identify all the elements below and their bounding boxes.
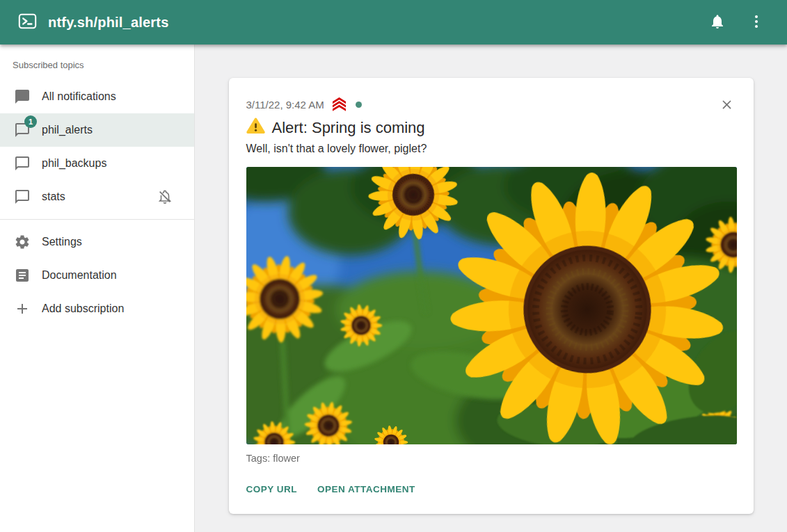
notification-card: 3/11/22, 9:42 AM [229, 78, 754, 514]
notification-meta: 3/11/22, 9:42 AM [246, 97, 737, 111]
sidebar-divider [0, 219, 194, 220]
sidebar-item-phil-alerts[interactable]: 1 phil_alerts [0, 113, 194, 147]
delete-notification-button[interactable] [717, 96, 737, 115]
sidebar-item-stats[interactable]: stats [0, 180, 194, 213]
gear-icon [14, 234, 31, 250]
chat-bubble-filled-icon [14, 88, 31, 105]
notification-tags: Tags: flower [246, 453, 737, 464]
app-bar: ntfy.sh/phil_alerts [0, 0, 787, 45]
plus-icon [14, 300, 31, 317]
priority-high-chevrons-icon [331, 97, 347, 111]
sidebar-item-label: Settings [42, 236, 183, 248]
notification-title: Alert: Spring is coming [272, 119, 425, 137]
open-attachment-button[interactable]: OPEN ATTACHMENT [317, 481, 415, 497]
sidebar-item-label: Documentation [42, 269, 183, 282]
kebab-menu-icon [748, 13, 765, 32]
notification-actions: COPY URL OPEN ATTACHMENT [246, 481, 737, 497]
subscribed-topics-label: Subscribed topics [0, 60, 194, 80]
bell-off-icon [157, 188, 173, 205]
sidebar-item-label: All notifications [42, 90, 183, 103]
notification-title-row: Alert: Spring is coming [246, 118, 737, 138]
copy-url-button[interactable]: COPY URL [246, 481, 298, 497]
sidebar-item-all-notifications[interactable]: All notifications [0, 80, 194, 113]
chat-bubble-outline-icon: 1 [14, 122, 31, 138]
attachment-image-sunflowers[interactable] [246, 167, 737, 444]
page-title: ntfy.sh/phil_alerts [48, 15, 168, 31]
notification-timestamp: 3/11/22, 9:42 AM [246, 99, 324, 111]
overflow-menu-button[interactable] [742, 8, 770, 36]
sidebar-item-phil-backups[interactable]: phil_backups [0, 147, 194, 180]
sidebar: Subscribed topics All notifications 1 ph… [0, 45, 195, 532]
chat-bubble-outline-icon [14, 155, 31, 172]
green-dot-icon [356, 102, 362, 108]
sidebar-item-settings[interactable]: Settings [0, 225, 194, 259]
sidebar-item-label: phil_alerts [42, 124, 183, 136]
article-icon [14, 267, 31, 284]
notification-body: Well, isn't that a lovely flower, piglet… [246, 143, 737, 155]
main-content: 3/11/22, 9:42 AM [195, 45, 787, 532]
sidebar-item-add-subscription[interactable]: Add subscription [0, 292, 194, 325]
warning-triangle-icon [246, 118, 265, 138]
sidebar-item-documentation[interactable]: Documentation [0, 259, 194, 292]
ntfy-logo-terminal-icon [18, 12, 37, 33]
notifications-bell-button[interactable] [703, 8, 731, 36]
sidebar-item-label: stats [42, 191, 145, 203]
unread-badge: 1 [24, 115, 37, 128]
sidebar-item-label: Add subscription [42, 303, 183, 315]
close-icon [720, 97, 734, 114]
bell-icon [709, 13, 726, 32]
chat-bubble-outline-icon [14, 188, 31, 205]
sidebar-item-label: phil_backups [42, 157, 183, 170]
